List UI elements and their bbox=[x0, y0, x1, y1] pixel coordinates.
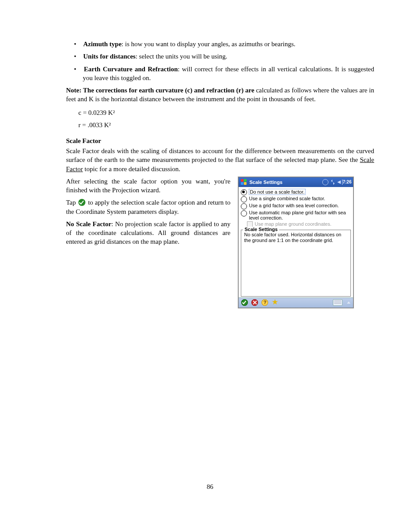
note-block: Note: The corrections for earth curvatur… bbox=[66, 86, 374, 104]
radio-label-2: Use a single combined scale factor. bbox=[249, 196, 325, 201]
scale-para-2: After selecting the scale factor option … bbox=[66, 177, 230, 195]
bullet-azimuth: Azimuth type: is how you want to display… bbox=[83, 40, 374, 48]
note-intro: Note: The corrections for earth curvatur… bbox=[66, 87, 256, 94]
radio-option-4[interactable]: Use automatic map plane grid factor with… bbox=[241, 210, 351, 220]
device-time[interactable]: 7:26 bbox=[343, 180, 351, 184]
bullet-units: Units for distances: select the units yo… bbox=[83, 52, 374, 61]
device-client: Do not use a scale factor. Use a single … bbox=[239, 187, 353, 297]
device-toolbar: ? ★ bbox=[239, 297, 353, 308]
scale-settings-group: Scale Settings No scale factor used. Hor… bbox=[241, 230, 351, 297]
scale-description: No scale factor used. Horizontal distanc… bbox=[244, 232, 348, 243]
ok-check-icon bbox=[78, 199, 85, 206]
azimuth-text: : is how you want to display your angles… bbox=[122, 40, 295, 48]
section-scale-factor: Scale Factor bbox=[66, 137, 374, 145]
radio-option-3[interactable]: Use a grid factor with sea level correct… bbox=[241, 203, 351, 209]
radio-option-1[interactable]: Do not use a scale factor. bbox=[241, 189, 351, 195]
bullet-earth: Earth Curvature and Refraction: will cor… bbox=[83, 65, 374, 83]
cancel-button-icon[interactable] bbox=[251, 299, 258, 306]
scale-para-3: Tap to apply the selection scale factor … bbox=[66, 198, 230, 216]
azimuth-label: Azimuth type bbox=[83, 40, 122, 48]
checkbox-label: Use map plane ground coordinates. bbox=[254, 221, 331, 227]
radio-icon[interactable] bbox=[241, 210, 247, 216]
earth-label: Earth Curvature and Refraction bbox=[84, 66, 178, 73]
radio-icon[interactable] bbox=[241, 189, 247, 195]
device-tray: 7:26 bbox=[322, 179, 351, 185]
units-label: Units for distances bbox=[83, 53, 136, 60]
device-title: Scale Settings bbox=[249, 180, 321, 185]
keyboard-icon[interactable] bbox=[333, 299, 343, 306]
radio-label-3: Use a grid factor with sea level correct… bbox=[249, 203, 339, 208]
ok-button-icon[interactable] bbox=[241, 299, 248, 306]
radio-label-1: Do not use a scale factor. bbox=[249, 189, 305, 195]
windows-flag-icon[interactable] bbox=[240, 179, 247, 186]
radio-icon[interactable] bbox=[241, 203, 247, 209]
radio-option-2[interactable]: Use a single combined scale factor. bbox=[241, 196, 351, 202]
formula-1: c = 0.0239 K² bbox=[78, 108, 374, 117]
para1a: Scale Factor deals with the scaling of d… bbox=[66, 147, 374, 163]
sync-icon[interactable] bbox=[330, 180, 335, 185]
formula-2: r = .0033 K² bbox=[78, 121, 374, 129]
device-titlebar: Scale Settings 7:26 bbox=[239, 177, 353, 187]
para4a: No Scale Factor bbox=[66, 220, 111, 227]
radio-label-4: Use automatic map plane grid factor with… bbox=[249, 210, 351, 220]
connectivity-icon[interactable] bbox=[322, 179, 328, 185]
page-content: Azimuth type: is how you want to display… bbox=[66, 40, 374, 308]
group-legend: Scale Settings bbox=[243, 227, 279, 232]
favorite-button-icon[interactable]: ★ bbox=[272, 299, 278, 306]
para3a: Tap bbox=[66, 199, 77, 206]
help-button-icon[interactable]: ? bbox=[262, 299, 268, 306]
para1b: topic for a more detailed discussion. bbox=[83, 165, 180, 172]
units-text: : select the units you will be using. bbox=[136, 53, 227, 60]
device-screenshot: Scale Settings 7:26 Do not use a scale f… bbox=[238, 177, 354, 308]
para3b: to apply the selection scale factor opti… bbox=[66, 199, 230, 215]
page-number: 86 bbox=[0, 483, 420, 491]
volume-icon[interactable] bbox=[337, 180, 341, 184]
scale-para-4: No Scale Factor: No projection scale fac… bbox=[66, 220, 230, 246]
scale-para-1: Scale Factor deals with the scaling of d… bbox=[66, 147, 374, 173]
radio-icon[interactable] bbox=[241, 196, 247, 202]
keyboard-arrow-icon[interactable] bbox=[347, 301, 350, 304]
